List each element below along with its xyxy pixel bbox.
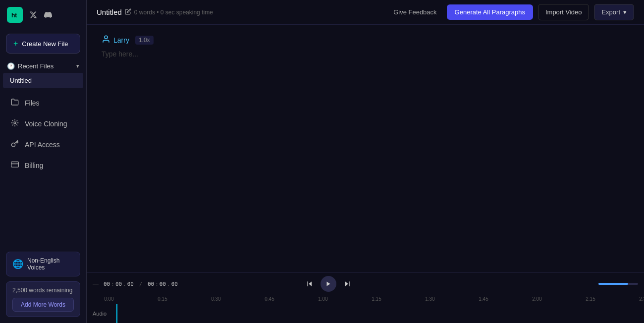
sidebar-item-billing[interactable]: Billing (3, 156, 83, 175)
create-new-file-button[interactable]: + Create New File (6, 34, 80, 54)
time-current-s: 00 (127, 281, 134, 287)
speed-badge[interactable]: 1.0x (135, 36, 154, 45)
main-panel: Untitled 0 words • 0 sec speaking time G… (87, 0, 644, 323)
svg-rect-3 (11, 162, 19, 167)
recent-files-label-row: 🕐 Recent Files (7, 62, 54, 70)
playhead-cursor (116, 304, 117, 323)
audio-track-area[interactable] (109, 304, 644, 323)
add-more-words-button[interactable]: Add More Words (12, 298, 74, 312)
svg-marker-9 (345, 281, 348, 286)
time-total-m: 00 (160, 281, 166, 287)
import-video-button[interactable]: Import Video (538, 4, 589, 20)
editor-area: Larry 1.0x (87, 25, 644, 272)
svg-marker-6 (309, 281, 312, 286)
sidebar-bottom: 🌐 Non-English Voices 2,500 words remaini… (0, 246, 86, 323)
voice-cloning-label: Voice Cloning (25, 120, 67, 128)
chevron-down-icon: ▾ (76, 63, 79, 69)
social-icons (28, 9, 54, 20)
plus-icon: + (13, 39, 18, 48)
sidebar-item-api-access[interactable]: API Access (3, 135, 83, 155)
generate-all-paragraphs-button[interactable]: Generate All Paragraphs (447, 4, 533, 20)
discord-icon[interactable] (43, 9, 54, 20)
ruler-tick: 1:00 (318, 296, 327, 302)
voice-row: Larry 1.0x (102, 35, 629, 46)
timeline-ruler: 0:000:150:300:451:001:151:301:452:002:15… (87, 295, 644, 304)
ruler-tick: 0:15 (158, 296, 167, 302)
ruler-tick: 2:30 (639, 296, 644, 302)
word-count: 0 words • 0 sec speaking time (134, 9, 213, 16)
billing-label: Billing (25, 162, 43, 169)
mute-button[interactable]: — (93, 280, 99, 287)
recent-files-header[interactable]: 🕐 Recent Files ▾ (0, 57, 86, 73)
voice-avatar-icon (102, 35, 110, 46)
sidebar: ht + Create New File 🕐 Recent Files ▾ Un… (0, 0, 87, 323)
create-new-label: Create New File (22, 40, 68, 48)
playht-logo: ht (7, 7, 23, 23)
words-box: 2,500 words remaining Add More Words (6, 281, 80, 317)
voice-cloning-icon (10, 119, 20, 129)
export-button[interactable]: Export ▾ (594, 4, 634, 20)
sidebar-item-voice-cloning[interactable]: Voice Cloning (3, 114, 83, 134)
skip-back-button[interactable] (303, 277, 317, 291)
logo-area: ht (0, 0, 86, 30)
ruler-tick: 0:45 (265, 296, 274, 302)
non-english-label: Non-English Voices (27, 257, 74, 271)
export-chevron-icon: ▾ (623, 8, 627, 16)
ruler-tick: 1:45 (479, 296, 488, 302)
nav-items: Files Voice Cloning API Access Billing (0, 92, 86, 176)
folder-icon (10, 98, 20, 108)
svg-point-2 (14, 122, 16, 124)
add-words-label: Add More Words (21, 301, 65, 308)
files-label: Files (25, 99, 40, 107)
svg-text:ht: ht (11, 12, 17, 19)
ruler-tick: 1:30 (425, 296, 434, 302)
playback-controls (303, 276, 354, 292)
api-access-label: API Access (25, 141, 60, 149)
globe-icon: 🌐 (12, 259, 23, 269)
twitter-icon[interactable] (28, 9, 39, 20)
time-separator: / (139, 281, 143, 287)
audio-track-label: Audio (87, 311, 109, 317)
file-title: Untitled (97, 8, 122, 16)
audio-track-row: Audio (87, 304, 644, 323)
time-current-m: 00 (115, 281, 122, 287)
time-display: 00 : 00 . 00 / 00 : 00 . 00 (104, 281, 178, 287)
ruler-tick: 2:15 (586, 296, 595, 302)
non-english-voices-box[interactable]: 🌐 Non-English Voices (6, 252, 80, 276)
ruler-tick: 0:00 (104, 296, 113, 302)
svg-point-5 (105, 36, 107, 39)
time-current-h: 00 (104, 281, 110, 287)
clock-icon: 🕐 (7, 62, 15, 70)
play-pause-button[interactable] (321, 276, 336, 292)
volume-fill (598, 283, 628, 285)
time-total-s: 00 (171, 281, 178, 287)
timeline-container: — 00 : 00 . 00 / 00 : 00 . 00 (87, 272, 644, 323)
skip-forward-button[interactable] (340, 277, 354, 291)
topbar: Untitled 0 words • 0 sec speaking time G… (87, 0, 644, 25)
editor-text-input[interactable] (102, 50, 629, 58)
topbar-actions: Give Feedback Generate All Paragraphs Im… (388, 4, 634, 20)
key-icon (10, 140, 20, 150)
sidebar-item-files[interactable]: Files (3, 93, 83, 113)
recent-file-untitled[interactable]: Untitled (3, 73, 83, 88)
voice-name-label: Larry (113, 36, 129, 44)
words-remaining-text: 2,500 words remaining (12, 287, 74, 294)
svg-marker-8 (326, 282, 330, 286)
voice-selector[interactable]: Larry (102, 35, 129, 46)
ruler-tick: 0:30 (211, 296, 220, 302)
billing-icon (10, 161, 20, 170)
volume-area (598, 283, 638, 285)
ruler-tick: 1:15 (372, 296, 381, 302)
volume-slider[interactable] (598, 283, 638, 285)
edit-title-icon[interactable] (125, 8, 131, 16)
time-total-h: 00 (148, 281, 154, 287)
ruler-tick: 2:00 (532, 296, 541, 302)
file-title-area: Untitled 0 words • 0 sec speaking time (97, 8, 382, 16)
recent-files-label: Recent Files (18, 62, 54, 70)
timeline-controls-bar: — 00 : 00 . 00 / 00 : 00 . 00 (87, 273, 644, 295)
ruler-ticks-inner: 0:000:150:300:451:001:151:301:452:002:15… (109, 295, 644, 304)
feedback-button[interactable]: Give Feedback (388, 5, 441, 19)
